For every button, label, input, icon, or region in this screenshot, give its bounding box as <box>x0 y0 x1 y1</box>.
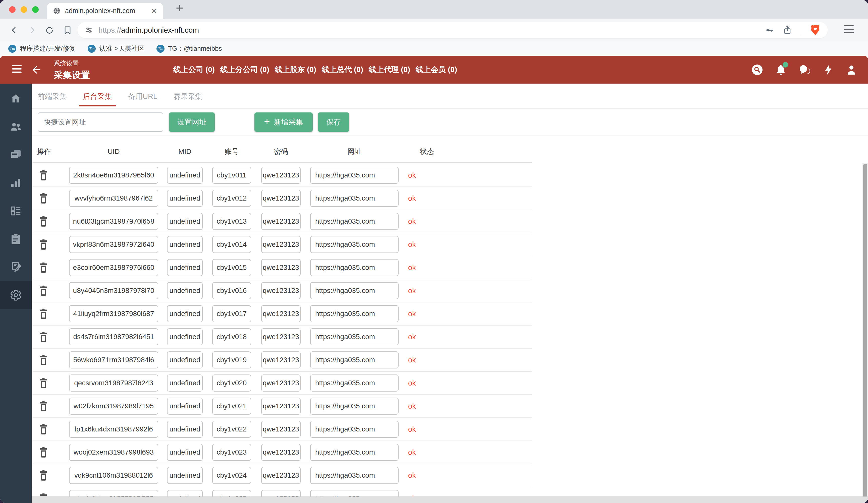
browser-tab[interactable]: admin.poloniex-nft.com ✕ <box>47 3 163 19</box>
delete-row-button[interactable] <box>39 378 48 388</box>
maximize-window-button[interactable] <box>32 6 39 13</box>
bookmark-icon[interactable] <box>64 26 71 35</box>
uid-input[interactable] <box>69 328 158 345</box>
sidebar-item-users[interactable] <box>0 113 32 140</box>
tab-score-collect[interactable]: 赛果采集 <box>173 92 203 102</box>
nav-online-general-agent[interactable]: 线上总代 (0) <box>322 64 363 75</box>
save-button[interactable]: 保存 <box>318 113 349 132</box>
delete-row-button[interactable] <box>39 332 48 342</box>
reload-icon[interactable] <box>45 26 54 35</box>
add-collect-button[interactable]: +新增采集 <box>255 113 313 132</box>
password-input[interactable] <box>261 167 301 184</box>
url-input[interactable] <box>310 398 399 415</box>
close-tab-icon[interactable]: ✕ <box>151 7 157 15</box>
uid-input[interactable] <box>69 167 158 184</box>
tab-backend-collect[interactable]: 后台采集 <box>83 92 112 102</box>
share-icon[interactable] <box>783 25 792 35</box>
password-input[interactable] <box>261 190 301 207</box>
uid-input[interactable] <box>69 467 158 484</box>
mid-input[interactable] <box>167 467 203 484</box>
delete-row-button[interactable] <box>39 355 48 365</box>
delete-row-button[interactable] <box>39 308 48 319</box>
nav-online-agent[interactable]: 线上代理 (0) <box>369 64 410 75</box>
uid-input[interactable] <box>69 398 158 415</box>
messages-icon[interactable] <box>799 64 811 75</box>
sidebar-item-clipboard[interactable] <box>0 225 32 253</box>
url-input[interactable] <box>310 467 399 484</box>
sidebar-item-forms[interactable] <box>0 197 32 225</box>
mid-input[interactable] <box>167 282 203 299</box>
horizontal-scrollbar[interactable] <box>32 496 868 503</box>
url-input[interactable] <box>310 421 399 438</box>
sidebar-item-home[interactable] <box>0 84 32 113</box>
sidebar-toggle-icon[interactable] <box>12 65 22 73</box>
delete-row-button[interactable] <box>39 470 48 481</box>
delete-row-button[interactable] <box>39 447 48 458</box>
quick-url-input[interactable] <box>38 113 163 132</box>
password-input[interactable] <box>261 213 301 230</box>
close-window-button[interactable] <box>9 6 16 13</box>
uid-input[interactable] <box>69 352 158 368</box>
mid-input[interactable] <box>167 352 203 368</box>
password-input[interactable] <box>261 375 301 391</box>
mid-input[interactable] <box>167 259 203 276</box>
mid-input[interactable] <box>167 444 203 461</box>
url-input[interactable] <box>310 444 399 461</box>
url-input[interactable] <box>310 305 399 322</box>
uid-input[interactable] <box>69 213 158 230</box>
nav-online-branch[interactable]: 线上分公司 (0) <box>220 64 269 75</box>
account-input[interactable] <box>212 421 251 438</box>
account-input[interactable] <box>212 467 251 484</box>
url-input[interactable] <box>310 259 399 276</box>
mid-input[interactable] <box>167 167 203 184</box>
delete-row-button[interactable] <box>39 401 48 411</box>
account-input[interactable] <box>212 190 251 207</box>
url-input[interactable] <box>310 190 399 207</box>
nav-online-shareholder[interactable]: 线上股东 (0) <box>275 64 316 75</box>
account-input[interactable] <box>212 236 251 253</box>
delete-row-button[interactable] <box>39 285 48 296</box>
new-tab-button[interactable]: + <box>176 0 183 15</box>
url-input[interactable] <box>310 282 399 299</box>
mid-input[interactable] <box>167 190 203 207</box>
forward-icon[interactable] <box>28 26 36 34</box>
nav-online-company[interactable]: 线上公司 (0) <box>173 64 215 75</box>
minimize-window-button[interactable] <box>21 6 27 13</box>
mid-input[interactable] <box>167 375 203 391</box>
mid-input[interactable] <box>167 421 203 438</box>
account-input[interactable] <box>212 328 251 345</box>
delete-row-button[interactable] <box>39 239 48 250</box>
sidebar-item-stats[interactable] <box>0 169 32 197</box>
bookmark-item[interactable]: Tm 程序搭建/开发/修复 <box>8 44 75 53</box>
activity-bolt-icon[interactable] <box>823 64 833 75</box>
account-input[interactable] <box>212 398 251 415</box>
notifications-bell-icon[interactable] <box>776 64 786 75</box>
account-input[interactable] <box>212 375 251 391</box>
uid-input[interactable] <box>69 236 158 253</box>
mid-input[interactable] <box>167 398 203 415</box>
password-input[interactable] <box>261 398 301 415</box>
account-input[interactable] <box>212 305 251 322</box>
uid-input[interactable] <box>69 444 158 461</box>
mid-input[interactable] <box>167 236 203 253</box>
delete-row-button[interactable] <box>39 216 48 227</box>
password-input[interactable] <box>261 467 301 484</box>
mid-input[interactable] <box>167 328 203 345</box>
url-input[interactable] <box>310 236 399 253</box>
sidebar-item-logs[interactable] <box>0 253 32 281</box>
nav-online-member[interactable]: 线上会员 (0) <box>416 64 457 75</box>
address-bar[interactable]: https://admin.poloniex-nft.com <box>78 22 828 38</box>
back-icon[interactable] <box>10 26 18 34</box>
uid-input[interactable] <box>69 282 158 299</box>
url-input[interactable] <box>310 328 399 345</box>
browser-menu-icon[interactable] <box>844 25 854 33</box>
mid-input[interactable] <box>167 213 203 230</box>
account-input[interactable] <box>212 352 251 368</box>
password-input[interactable] <box>261 305 301 322</box>
sidebar-item-news[interactable] <box>0 140 32 169</box>
set-url-button[interactable]: 设置网址 <box>169 113 215 132</box>
password-input[interactable] <box>261 352 301 368</box>
uid-input[interactable] <box>69 421 158 438</box>
url-input[interactable] <box>310 352 399 368</box>
search-icon[interactable] <box>752 64 763 75</box>
